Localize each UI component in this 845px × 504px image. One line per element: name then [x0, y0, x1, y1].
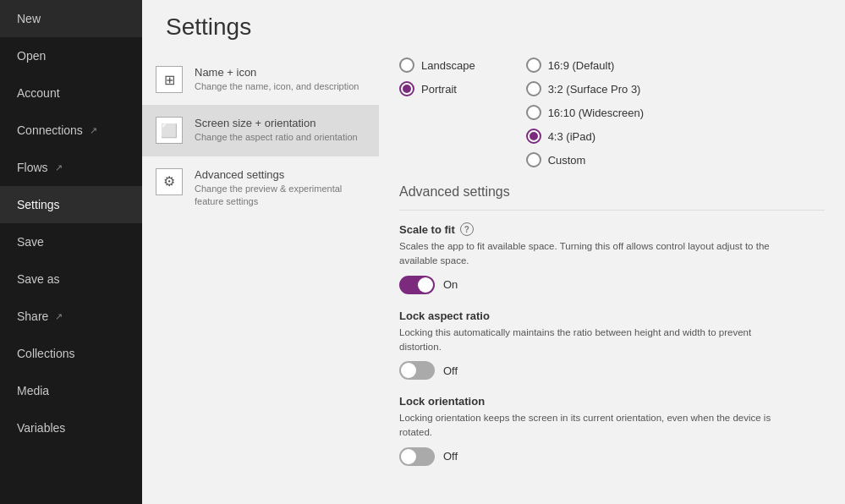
sidebar-item-new[interactable]: New: [0, 0, 142, 37]
page-title: Settings: [142, 0, 845, 47]
screen-size-desc: Change the aspect ratio and orientation: [195, 131, 365, 144]
divider: [399, 210, 825, 211]
advanced-title: Advanced settings: [195, 168, 365, 181]
aspect-ratio-label: 16:10 (Widescreen): [548, 107, 644, 119]
panel-item-name-icon[interactable]: ⊞Name + iconChange the name, icon, and d…: [142, 54, 379, 105]
radio-circle: [399, 81, 414, 96]
orientation-landscape[interactable]: Landscape: [399, 58, 475, 73]
settings-panels-list: ⊞Name + iconChange the name, icon, and d…: [142, 47, 379, 504]
lock-aspect-ratio-toggle[interactable]: [399, 361, 435, 380]
sidebar-item-flows[interactable]: Flows↗: [0, 149, 142, 186]
external-link-icon: ↗: [55, 311, 63, 322]
advanced-settings-title: Advanced settings: [399, 184, 825, 200]
settings-detail-pane: LandscapePortrait16:9 (Default)3:2 (Surf…: [379, 47, 845, 504]
lock-orientation-toggle-knob: [401, 449, 416, 464]
lock-orientation-label: Lock orientation: [399, 395, 485, 408]
scale-to-fit-label: Scale to fit: [399, 223, 455, 236]
sidebar-item-save-as[interactable]: Save as: [0, 260, 142, 298]
radio-circle: [526, 152, 541, 167]
scale-to-fit-toggle[interactable]: [399, 276, 435, 294]
sidebar-item-collections[interactable]: Collections: [0, 335, 142, 372]
aspect-ratio-label: 3:2 (Surface Pro 3): [548, 83, 641, 96]
panel-item-screen-size[interactable]: ⬜Screen size + orientationChange the asp…: [142, 105, 379, 156]
sidebar-item-account[interactable]: Account: [0, 74, 142, 112]
aspect-ratio-4-3--ipad-[interactable]: 4:3 (iPad): [526, 129, 644, 144]
radio-circle: [399, 58, 414, 73]
scale-to-fit-help-icon[interactable]: ?: [460, 222, 474, 236]
radio-circle: [526, 81, 541, 96]
screen-size-text: Screen size + orientationChange the aspe…: [195, 117, 365, 144]
panel-item-advanced[interactable]: ⚙Advanced settingsChange the preview & e…: [142, 156, 379, 221]
lock-aspect-ratio-label: Lock aspect ratio: [399, 310, 490, 322]
setting-block-lock-aspect-ratio: Lock aspect ratioLocking this automatica…: [399, 310, 825, 381]
aspect-ratio-16-9--default-[interactable]: 16:9 (Default): [526, 58, 644, 73]
scale-to-fit-toggle-row: On: [399, 276, 825, 294]
sidebar-item-variables[interactable]: Variables: [0, 409, 142, 446]
main-content: Settings ⊞Name + iconChange the name, ic…: [142, 0, 845, 504]
aspect-ratio-radio-group: 16:9 (Default)3:2 (Surface Pro 3)16:10 (…: [526, 58, 644, 167]
lock-orientation-desc: Locking orientation keeps the screen in …: [399, 411, 771, 441]
external-link-icon: ↗: [55, 162, 63, 173]
sidebar-item-media[interactable]: Media: [0, 372, 142, 409]
scale-to-fit-toggle-knob: [418, 277, 433, 293]
lock-aspect-ratio-toggle-row: Off: [399, 361, 825, 380]
aspect-ratio-custom[interactable]: Custom: [526, 152, 644, 167]
aspect-ratio-3-2--surface-pro-3-[interactable]: 3:2 (Surface Pro 3): [526, 81, 644, 96]
sidebar-item-settings[interactable]: Settings: [0, 186, 142, 223]
screen-size-icon: ⬜: [156, 117, 183, 144]
aspect-ratio-label: 4:3 (iPad): [548, 130, 595, 143]
lock-aspect-ratio-desc: Locking this automatically maintains the…: [399, 326, 771, 355]
aspect-ratio-16-10--widescreen-[interactable]: 16:10 (Widescreen): [526, 105, 644, 120]
sidebar: NewOpenAccountConnections↗Flows↗Settings…: [0, 0, 142, 504]
advanced-text: Advanced settingsChange the preview & ex…: [195, 168, 365, 209]
radio-circle: [526, 58, 541, 73]
name-icon-title: Name + icon: [195, 66, 365, 79]
content-area: ⊞Name + iconChange the name, icon, and d…: [142, 47, 845, 504]
sidebar-item-share[interactable]: Share↗: [0, 298, 142, 335]
lock-orientation-toggle-row: Off: [399, 447, 825, 466]
screen-size-title: Screen size + orientation: [195, 117, 365, 129]
setting-block-lock-orientation: Lock orientationLocking orientation keep…: [399, 395, 825, 466]
lock-aspect-ratio-name: Lock aspect ratio: [399, 310, 825, 322]
sidebar-item-connections[interactable]: Connections↗: [0, 112, 142, 149]
scale-to-fit-name: Scale to fit?: [399, 222, 825, 236]
radio-circle: [526, 105, 541, 120]
name-icon-icon: ⊞: [156, 66, 183, 93]
lock-orientation-name: Lock orientation: [399, 395, 825, 408]
lock-orientation-toggle[interactable]: [399, 447, 435, 466]
lock-aspect-ratio-toggle-knob: [401, 363, 416, 378]
name-icon-desc: Change the name, icon, and description: [195, 80, 365, 93]
radio-circle: [526, 129, 541, 144]
advanced-desc: Change the preview & experimental featur…: [195, 183, 365, 209]
scale-to-fit-toggle-label: On: [443, 278, 458, 291]
external-link-icon: ↗: [90, 125, 97, 136]
lock-aspect-ratio-toggle-label: Off: [443, 364, 458, 377]
orientation-portrait[interactable]: Portrait: [399, 81, 475, 96]
sidebar-item-open[interactable]: Open: [0, 37, 142, 74]
sidebar-item-save[interactable]: Save: [0, 223, 142, 260]
orientation-radio-group: LandscapePortrait: [399, 58, 475, 167]
setting-block-scale-to-fit: Scale to fit?Scales the app to fit avail…: [399, 222, 825, 294]
lock-orientation-toggle-label: Off: [443, 450, 458, 463]
orientation-label: Landscape: [421, 59, 475, 72]
name-icon-text: Name + iconChange the name, icon, and de…: [195, 66, 365, 93]
advanced-icon: ⚙: [156, 168, 183, 195]
aspect-ratio-label: 16:9 (Default): [548, 59, 615, 72]
orientation-section: LandscapePortrait16:9 (Default)3:2 (Surf…: [399, 58, 825, 167]
scale-to-fit-desc: Scales the app to fit available space. T…: [399, 239, 771, 269]
aspect-ratio-label: Custom: [548, 154, 586, 167]
orientation-label: Portrait: [421, 83, 457, 96]
